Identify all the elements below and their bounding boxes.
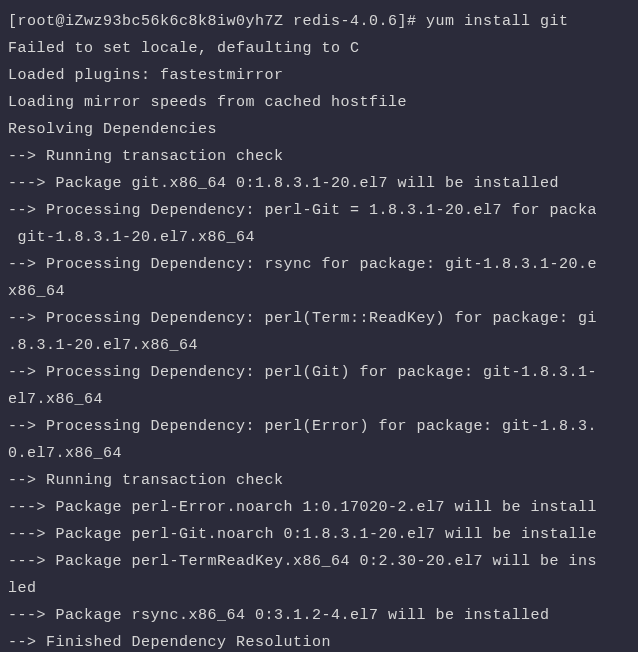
terminal-line: ---> Package perl-TermReadKey.x86_64 0:2… bbox=[8, 548, 638, 575]
terminal-line: 0.el7.x86_64 bbox=[8, 440, 638, 467]
terminal-line: x86_64 bbox=[8, 278, 638, 305]
terminal-line: --> Processing Dependency: perl-Git = 1.… bbox=[8, 197, 638, 224]
terminal-line: led bbox=[8, 575, 638, 602]
terminal-line: --> Processing Dependency: perl(Git) for… bbox=[8, 359, 638, 386]
terminal-line: ---> Package rsync.x86_64 0:3.1.2-4.el7 … bbox=[8, 602, 638, 629]
terminal-line: .8.3.1-20.el7.x86_64 bbox=[8, 332, 638, 359]
terminal-line: --> Processing Dependency: perl(Term::Re… bbox=[8, 305, 638, 332]
terminal-line: --> Finished Dependency Resolution bbox=[8, 629, 638, 652]
terminal-line: --> Running transaction check bbox=[8, 467, 638, 494]
terminal-line: --> Running transaction check bbox=[8, 143, 638, 170]
terminal-line: Loading mirror speeds from cached hostfi… bbox=[8, 89, 638, 116]
terminal-line: git-1.8.3.1-20.el7.x86_64 bbox=[8, 224, 638, 251]
terminal-line: ---> Package perl-Error.noarch 1:0.17020… bbox=[8, 494, 638, 521]
terminal-line: --> Processing Dependency: perl(Error) f… bbox=[8, 413, 638, 440]
terminal-line: Failed to set locale, defaulting to C bbox=[8, 35, 638, 62]
terminal-line: --> Processing Dependency: rsync for pac… bbox=[8, 251, 638, 278]
terminal-line: [root@iZwz93bc56k6c8k8iw0yh7Z redis-4.0.… bbox=[8, 8, 638, 35]
terminal-line: Resolving Dependencies bbox=[8, 116, 638, 143]
terminal-line: ---> Package git.x86_64 0:1.8.3.1-20.el7… bbox=[8, 170, 638, 197]
terminal-line: Loaded plugins: fastestmirror bbox=[8, 62, 638, 89]
terminal-line: el7.x86_64 bbox=[8, 386, 638, 413]
terminal-output[interactable]: [root@iZwz93bc56k6c8k8iw0yh7Z redis-4.0.… bbox=[8, 8, 638, 652]
terminal-line: ---> Package perl-Git.noarch 0:1.8.3.1-2… bbox=[8, 521, 638, 548]
